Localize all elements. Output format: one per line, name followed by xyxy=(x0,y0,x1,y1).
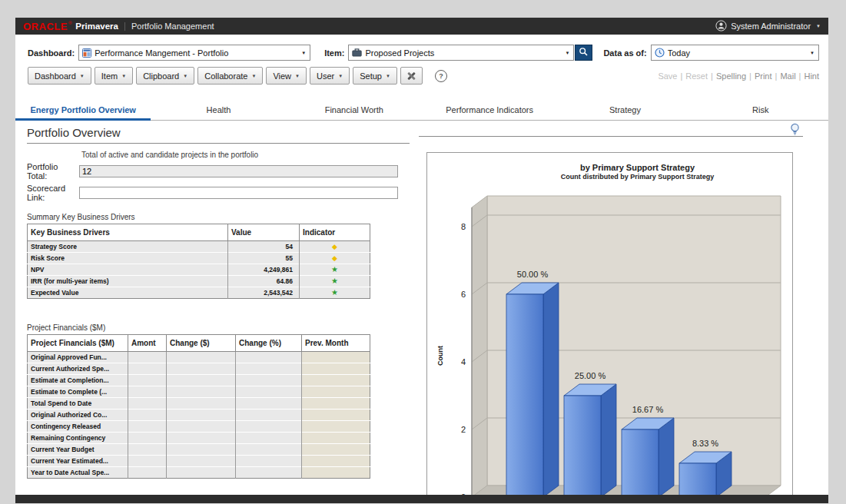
table-row[interactable]: Strategy Score54◆ xyxy=(28,241,370,253)
tools-button[interactable] xyxy=(400,67,423,85)
portfolio-total-field: Portfolio Total: xyxy=(27,162,411,181)
portfolio-total-input[interactable] xyxy=(79,165,398,177)
product-name: Primavera xyxy=(75,22,118,31)
menu-user-button[interactable]: User▼ xyxy=(310,67,350,85)
table-row[interactable]: Expected Value2,543,542★ xyxy=(28,287,370,299)
item-value: Proposed Projects xyxy=(365,48,561,58)
table-row[interactable]: Current Authorized Spe... xyxy=(28,363,370,375)
column-header[interactable]: Value xyxy=(228,224,300,241)
hint-bulb-icon[interactable] xyxy=(790,123,800,139)
table-row[interactable]: Estimate at Completion... xyxy=(28,375,370,386)
table-row[interactable]: Current Year Estimated... xyxy=(28,456,370,467)
table-row[interactable]: Total Spend to Date xyxy=(28,398,370,410)
column-header[interactable]: Prev. Month xyxy=(302,335,370,352)
menu-label: View xyxy=(273,71,291,81)
separator: | xyxy=(711,71,713,81)
help-button[interactable]: ? xyxy=(433,68,449,84)
search-icon xyxy=(579,46,589,60)
user-name: System Administrator xyxy=(731,22,811,31)
driver-name: IRR (for multi-year items) xyxy=(28,276,228,287)
tab-risk[interactable]: Risk xyxy=(693,101,828,120)
column-header[interactable]: Change (%) xyxy=(236,335,302,352)
separator: | xyxy=(680,71,682,81)
chevron-down-icon[interactable]: ▼ xyxy=(806,51,818,55)
menu-label: Setup xyxy=(360,71,382,81)
financial-cell xyxy=(128,433,167,444)
tab-strategy[interactable]: Strategy xyxy=(557,101,692,120)
registered-mark: ® xyxy=(68,21,71,25)
reset-link[interactable]: Reset xyxy=(685,71,708,81)
column-header[interactable]: Change ($) xyxy=(167,335,236,352)
tab-health[interactable]: Health xyxy=(151,101,286,120)
financials-table: Project Financials ($M) Amont Change ($)… xyxy=(27,334,370,479)
chart-container: by Primary Support Strategy Count distri… xyxy=(426,152,793,495)
dashboard-select[interactable]: Performance Mangement - Portfolio ▼ xyxy=(78,45,310,61)
mail-link[interactable]: Mail xyxy=(780,71,795,81)
save-link[interactable]: Save xyxy=(658,71,677,81)
driver-indicator-cell: ◆ xyxy=(300,241,370,253)
clock-icon xyxy=(655,48,665,58)
column-header[interactable]: Indicator xyxy=(300,224,370,241)
menu-label: Collaborate xyxy=(204,71,247,81)
item-select[interactable]: Proposed Projects ▼ xyxy=(348,45,574,61)
green-star-icon: ★ xyxy=(331,277,338,285)
user-icon xyxy=(715,20,727,33)
table-row[interactable]: Estimate to Complete (... xyxy=(28,386,370,398)
table-row[interactable]: Original Authorized Co... xyxy=(28,410,370,421)
bar-label: 16.67 % xyxy=(632,405,664,414)
table-row[interactable]: NPV4,249,861★ xyxy=(28,264,370,276)
search-button[interactable] xyxy=(575,45,592,61)
bar[interactable] xyxy=(622,418,674,495)
tab-energy-portfolio-overview[interactable]: Energy Portfolio Overview xyxy=(15,101,151,120)
table-row[interactable]: Contingency Released xyxy=(28,421,370,433)
bar[interactable] xyxy=(506,283,559,495)
spelling-link[interactable]: Spelling xyxy=(716,71,746,81)
tab-financial-worth[interactable]: Financial Worth xyxy=(287,101,422,120)
table-row[interactable]: Year to Date Actual Spe... xyxy=(28,467,370,479)
help-icon: ? xyxy=(435,70,447,82)
financial-cell xyxy=(302,444,370,456)
menu-item-button[interactable]: Item▼ xyxy=(95,67,133,85)
bar-label: 8.33 % xyxy=(692,439,718,448)
column-header[interactable]: Key Business Drivers xyxy=(28,224,228,241)
financial-cell xyxy=(236,421,302,433)
financial-cell xyxy=(302,352,370,363)
bar[interactable] xyxy=(564,384,616,495)
table-row[interactable]: Remaining Contingency xyxy=(28,433,370,444)
financial-cell xyxy=(167,363,236,375)
table-row[interactable]: Current Year Budget xyxy=(28,444,370,456)
bar[interactable] xyxy=(679,452,732,495)
menu-setup-button[interactable]: Setup▼ xyxy=(353,67,397,85)
scorecard-link-input[interactable] xyxy=(79,187,398,199)
menu-clipboard-button[interactable]: Clipboard▼ xyxy=(136,67,194,85)
financial-cell xyxy=(236,386,302,398)
menu-label: Clipboard xyxy=(143,71,179,81)
portfolio-overview-panel: Portfolio Overview Total of active and c… xyxy=(27,126,411,479)
table-row[interactable]: Original Approved Fun... xyxy=(28,352,370,363)
app-header: ORACLE ® Primavera Portfolio Management … xyxy=(15,18,828,35)
menu-label: Item xyxy=(101,71,118,81)
user-menu[interactable]: System Administrator ▼ xyxy=(715,20,821,33)
menu-bar: Dashboard▼Item▼Clipboard▼Collaborate▼Vie… xyxy=(15,61,828,85)
financial-cell xyxy=(167,456,236,467)
financial-cell xyxy=(302,433,370,444)
column-header[interactable]: Amont xyxy=(128,335,167,352)
tab-performance-indicators[interactable]: Performance Indicators xyxy=(422,101,557,120)
menu-collaborate-button[interactable]: Collaborate▼ xyxy=(197,67,263,85)
hint-link[interactable]: Hint xyxy=(804,71,819,81)
svg-text:6: 6 xyxy=(461,290,466,299)
driver-name: Risk Score xyxy=(28,253,228,264)
financials-section-title: Project Financials ($M) xyxy=(27,323,411,332)
chevron-down-icon: ▼ xyxy=(295,74,300,78)
chevron-down-icon[interactable]: ▼ xyxy=(297,51,310,55)
financial-cell xyxy=(128,398,167,410)
menu-dashboard-button[interactable]: Dashboard▼ xyxy=(28,67,91,85)
financial-cell xyxy=(128,467,167,479)
chevron-down-icon[interactable]: ▼ xyxy=(561,51,573,55)
menu-view-button[interactable]: View▼ xyxy=(266,67,307,85)
print-link[interactable]: Print xyxy=(755,71,772,81)
table-row[interactable]: IRR (for multi-year items)64.86★ xyxy=(28,276,370,287)
table-row[interactable]: Risk Score55◆ xyxy=(28,253,370,264)
data-as-of-select[interactable]: Today ▼ xyxy=(651,45,819,61)
column-header[interactable]: Project Financials ($M) xyxy=(28,335,128,352)
